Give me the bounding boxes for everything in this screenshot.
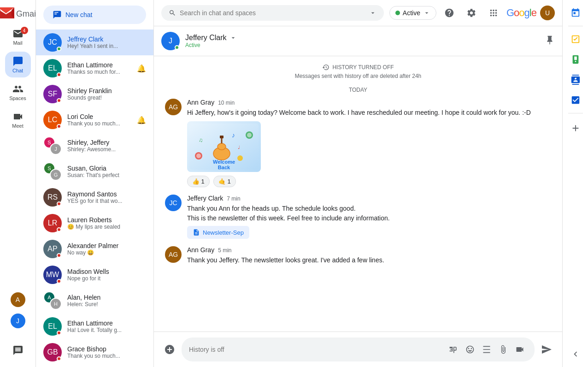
active-label: Active <box>403 9 420 17</box>
bubble-icon <box>12 345 24 356</box>
rail-mail[interactable]: Mail 4 <box>5 24 31 50</box>
recent-avatar-2[interactable]: J <box>11 314 25 328</box>
help-icon <box>444 8 454 18</box>
chat-list-item[interactable]: EL Ethan Lattimore Ha! Love it. Totally … <box>36 314 153 339</box>
checklist-button[interactable] <box>566 91 585 109</box>
expand-panel-button[interactable] <box>566 345 585 363</box>
chat-list-item[interactable]: MW Madison Wells Nope go for it <box>36 262 153 288</box>
mute-icon: 🔔 <box>137 116 146 124</box>
welcome-image: ♪ ♫ ♩ Welcome Back <box>187 121 261 172</box>
chat-info: Madison Wells Nope go for it <box>67 268 141 282</box>
svg-text:Back: Back <box>218 165 230 170</box>
chat-info: Ethan Lattimore Ha! Love it. Totally g..… <box>67 320 141 333</box>
keep-icon <box>570 54 581 65</box>
search-box[interactable] <box>161 5 384 21</box>
calendar-button[interactable] <box>566 4 585 22</box>
search-icon <box>169 9 176 17</box>
message-input[interactable] <box>189 346 442 353</box>
pin-button[interactable] <box>545 35 555 47</box>
settings-button[interactable] <box>462 4 481 22</box>
google-logo: Google <box>506 7 536 19</box>
chat-list-item[interactable]: GB Grace Bishop Thank you so much... <box>36 339 153 365</box>
history-off-subtitle: Messages sent with history off are delet… <box>295 73 422 79</box>
mention-button[interactable] <box>479 342 494 357</box>
emoji-icon <box>465 345 475 354</box>
right-divider-1 <box>568 26 583 26</box>
add-apps-button[interactable] <box>566 119 585 137</box>
chat-list-item[interactable]: LR Lauren Roberts 😊 My lips are sealed <box>36 210 153 236</box>
svg-text:♩: ♩ <box>238 145 240 150</box>
chat-info: Jeffrey Clark Hey! Yeah I sent in... <box>67 36 141 49</box>
rail-spaces[interactable]: Spaces <box>5 79 31 105</box>
format-icon <box>449 345 458 354</box>
chat-name: Alexander Palmer <box>67 242 141 249</box>
meet-label: Meet <box>12 123 23 129</box>
video-button[interactable] <box>512 342 527 357</box>
rail-chat[interactable]: Chat <box>5 52 31 77</box>
chat-list-item[interactable]: EL Ethan Lattimore Thanks so much for...… <box>36 55 153 81</box>
message-content: Jeffery Clark 7 min Thank you Ann for th… <box>187 195 551 239</box>
emoji-button[interactable] <box>463 342 477 357</box>
message-header: Jeffery Clark 7 min <box>187 195 551 202</box>
help-button[interactable] <box>440 4 459 22</box>
active-badge[interactable]: Active <box>389 6 436 20</box>
input-area <box>154 331 562 367</box>
user-avatar[interactable]: U <box>540 6 555 20</box>
chat-list-item[interactable]: A H Alan, Helen Helen: Sure! <box>36 288 153 314</box>
message-time: 10 min <box>218 100 235 106</box>
chat-list-item[interactable]: S J Shirley, Jeffery Shirley: Awesome... <box>36 133 153 159</box>
svg-point-11 <box>247 133 252 137</box>
chat-avatar: EL <box>43 317 62 336</box>
chat-avatar: EL <box>43 59 62 77</box>
svg-rect-4 <box>220 136 223 138</box>
input-box[interactable] <box>182 337 535 361</box>
send-button[interactable] <box>538 341 555 358</box>
new-chat-button[interactable]: New chat <box>43 6 146 24</box>
chat-list-item[interactable]: KO Keith Obrien Good morning eve... <box>36 365 153 367</box>
dropdown-icon <box>369 9 376 17</box>
chat-icon <box>12 56 24 67</box>
expand-icon <box>570 349 581 359</box>
attach-icon <box>499 345 508 354</box>
topbar-right: Active Google U <box>389 4 555 22</box>
chat-list-item[interactable]: S G Susan, Gloria Susan: That's perfect <box>36 159 153 184</box>
chat-preview: Hey! Yeah I sent in... <box>67 43 141 49</box>
left-rail: Gmail Mail 4 Chat Spaces Meet A J <box>0 0 36 367</box>
chat-list-item[interactable]: RS Raymond Santos YES go for it that wo.… <box>36 184 153 210</box>
newsletter-attachment[interactable]: Newsletter-Sep <box>187 226 249 239</box>
tasks-button[interactable] <box>566 30 585 48</box>
chat-list-item[interactable]: LC Lori Cole Thank you so much... 🔔 <box>36 107 153 133</box>
attach-button[interactable] <box>496 342 511 357</box>
chat-name: Jeffrey Clark <box>67 36 141 43</box>
keep-button[interactable] <box>566 50 585 69</box>
message-content: Ann Gray 10 min Hi Jeffery, how's it goi… <box>187 99 551 187</box>
reaction-callme[interactable]: 🤙 1 <box>213 176 236 187</box>
svg-point-12 <box>237 155 243 161</box>
format-button[interactable] <box>446 342 461 357</box>
chat-avatar: LC <box>43 111 62 129</box>
message-time: 7 min <box>227 195 240 202</box>
group-avatar: S J <box>43 136 62 155</box>
chat-list-item[interactable]: JC Jeffrey Clark Hey! Yeah I sent in... <box>36 30 153 55</box>
group-avatar: S G <box>43 162 62 181</box>
apps-button[interactable] <box>484 4 503 22</box>
rail-meet[interactable]: Meet <box>5 107 31 133</box>
rail-chat-bubble[interactable] <box>5 337 31 363</box>
spaces-icon <box>12 83 24 95</box>
chat-name: Raymond Santos <box>67 190 141 198</box>
chat-header-name[interactable]: Jeffery Clark <box>185 34 539 42</box>
recent-avatar-1[interactable]: A <box>11 292 25 307</box>
send-icon <box>541 344 552 355</box>
chat-list-item[interactable]: AP Alexander Palmer No way 😄 <box>36 236 153 262</box>
chat-list-item[interactable]: SF Shirley Franklin Sounds great! <box>36 81 153 107</box>
search-input[interactable] <box>180 9 365 17</box>
contacts-button[interactable] <box>566 71 585 89</box>
history-off-banner: HISTORY TURNED OFF Messages sent with hi… <box>165 64 551 79</box>
chat-name: Lauren Roberts <box>67 216 141 224</box>
chat-info: Alexander Palmer No way 😄 <box>67 242 141 256</box>
chat-header-status: Active <box>185 42 539 48</box>
gmail-text: Gmail <box>16 9 38 19</box>
reaction-thumbsup[interactable]: 👍 1 <box>187 176 210 187</box>
add-button[interactable] <box>161 341 178 358</box>
tasks-icon <box>570 34 581 44</box>
